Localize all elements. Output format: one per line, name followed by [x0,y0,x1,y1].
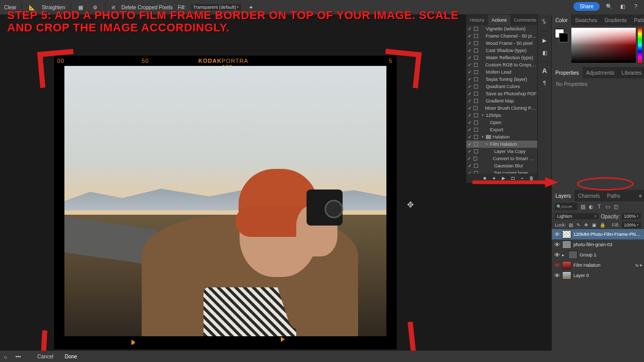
action-toggle-checkbox[interactable]: ✓ [467,156,472,161]
layer-row[interactable]: 👁120MM-Photo-Film-Frame-PNG-03 [552,229,644,239]
action-item[interactable]: ✓Open [466,119,537,126]
action-toggle-checkbox[interactable]: ✓ [467,91,472,96]
tab-paths[interactable]: Paths [603,190,624,201]
action-dialog-toggle[interactable] [474,149,478,153]
layer-visibility-icon[interactable]: 👁 [554,231,560,237]
help-icon[interactable]: ? [632,3,640,11]
action-toggle-checkbox[interactable]: ✓ [467,106,472,111]
action-toggle-checkbox[interactable]: ✓ [467,120,472,125]
done-button[interactable]: Done [62,353,80,360]
action-dialog-toggle[interactable] [474,56,478,60]
action-dialog-toggle[interactable] [474,84,478,89]
layer-visibility-icon[interactable]: 👁 [554,272,560,279]
action-item[interactable]: ✓Quadrant Colors [466,83,537,90]
panel-menu-icon[interactable]: ≡ [540,18,547,23]
layer-thumbnail[interactable] [562,240,571,249]
layer-thumbnail[interactable] [562,271,571,280]
action-dialog-toggle[interactable] [474,164,478,168]
action-item[interactable]: ✓Gradient Map [466,97,537,105]
layer-visibility-icon[interactable]: 👁 [554,262,560,268]
layer-row[interactable]: 👁Film Halationfx ▾ [552,260,644,270]
action-toggle-checkbox[interactable]: ✓ [467,62,472,67]
action-item[interactable]: ✓Custom RGB to Grayscale [466,61,537,68]
color-picker[interactable] [552,26,644,67]
action-dialog-toggle[interactable] [474,142,478,146]
cancel-button[interactable]: Cancel [35,353,57,360]
actions-list[interactable]: ✓Vignette (selection)✓Frame Channel - 50… [466,25,537,174]
action-toggle-checkbox[interactable]: ✓ [467,134,472,140]
tab-libraries[interactable]: Libraries [618,67,644,78]
action-dialog-toggle[interactable] [474,135,478,139]
tab-history[interactable]: History [466,15,488,25]
action-dialog-toggle[interactable] [474,77,478,81]
action-item[interactable]: ✓▾1250px [466,112,537,119]
film-frame-layer[interactable]: 00 50 KODAK PORTRA 400 5 8 [54,56,397,349]
more-button[interactable]: ••• [12,353,24,360]
tab-channels[interactable]: Channels [574,190,603,201]
filter-type-icon[interactable]: T [596,203,602,210]
action-dialog-toggle[interactable] [474,70,478,74]
layer-row[interactable]: 👁photo-film-grain-03 [552,239,644,250]
layer-name[interactable]: Group 1 [580,252,642,257]
action-dialog-toggle[interactable] [474,41,478,45]
action-dialog-toggle[interactable] [474,34,478,38]
action-item[interactable]: ✓Save as Photoshop PDF [466,90,537,97]
hue-slider[interactable] [638,28,642,63]
tab-patterns[interactable]: Patterns [631,14,644,26]
action-dialog-toggle[interactable] [474,27,478,31]
tab-comments[interactable]: Comments [511,15,540,25]
action-item[interactable]: ✓Water Reflection (type) [466,54,537,61]
action-dialog-toggle[interactable] [474,48,478,53]
filter-pixel-icon[interactable]: ▧ [580,203,586,210]
layer-name[interactable]: photo-film-grain-03 [573,242,642,247]
panel-icon[interactable]: ◧ [540,48,549,57]
home-icon[interactable]: ⌂ [4,354,7,359]
filter-smart-icon[interactable]: ◫ [613,203,619,210]
layer-list[interactable]: 👁120MM-Photo-Film-Frame-PNG-03👁photo-fil… [552,229,644,290]
layer-filter-kind[interactable]: 🔍 Kind ▾ [555,203,578,210]
action-dialog-toggle[interactable] [474,128,478,132]
action-dialog-toggle[interactable] [473,106,478,110]
action-dialog-toggle[interactable] [473,157,477,161]
layer-visibility-icon[interactable]: 👁 [554,252,560,258]
action-toggle-checkbox[interactable]: ✓ [467,149,472,154]
action-toggle-checkbox[interactable]: ✓ [467,142,472,147]
action-toggle-checkbox[interactable]: ✓ [467,127,472,132]
layer-visibility-icon[interactable]: 👁 [554,242,560,248]
disclosure-caret-icon[interactable]: ▾ [482,113,486,117]
action-item[interactable]: ✓▾Halation [466,133,537,141]
lock-brush-icon[interactable]: ✎ [577,222,582,228]
action-dialog-toggle[interactable] [474,120,478,125]
layer-row[interactable]: 👁Layer 0 [552,270,644,281]
layer-thumbnail[interactable] [568,251,578,259]
filter-adjust-icon[interactable]: ◐ [588,203,594,210]
fill-input[interactable]: 100%▾ [622,222,641,228]
action-toggle-checkbox[interactable]: ✓ [467,41,472,46]
action-item[interactable]: ✓Cast Shadow (type) [466,47,537,54]
layer-name[interactable]: 120MM-Photo-Film-Frame-PNG-03 [573,232,642,237]
action-item[interactable]: ✓Gaussian Blur [466,162,537,169]
canvas-area[interactable]: 00 50 KODAK PORTRA 400 5 8 ✥ [0,14,466,354]
disclosure-caret-icon[interactable]: ▸ [562,253,566,257]
action-dialog-toggle[interactable] [474,92,478,96]
layer-row[interactable]: 👁▸Group 1 [552,250,644,260]
action-toggle-checkbox[interactable]: ✓ [467,163,472,168]
tab-gradients[interactable]: Gradients [601,14,630,26]
blend-mode-dropdown[interactable]: Lighten▾ [555,213,599,219]
layer-thumbnail[interactable] [562,230,571,238]
tab-color[interactable]: Color [552,14,571,26]
action-item[interactable]: ✓Wood Frame - 50 pixel [466,40,537,47]
action-item[interactable]: ✓Export [466,126,537,133]
disclosure-caret-icon[interactable]: ▾ [486,142,490,146]
action-item[interactable]: ✓Frame Channel - 50 pixel [466,32,537,40]
action-toggle-checkbox[interactable]: ✓ [467,70,472,75]
layer-name[interactable]: Layer 0 [573,273,642,278]
tab-adjustments[interactable]: Adjustments [583,67,618,78]
share-button[interactable]: Share [573,2,600,11]
lock-position-icon[interactable]: ✥ [584,222,589,228]
foreground-background-swatch[interactable] [555,29,568,42]
paragraph-panel-icon[interactable]: ¶ [540,78,549,88]
play-button-icon[interactable]: ▶ [540,36,549,45]
action-toggle-checkbox[interactable]: ✓ [467,33,472,39]
tab-swatches[interactable]: Swatches [571,14,601,26]
